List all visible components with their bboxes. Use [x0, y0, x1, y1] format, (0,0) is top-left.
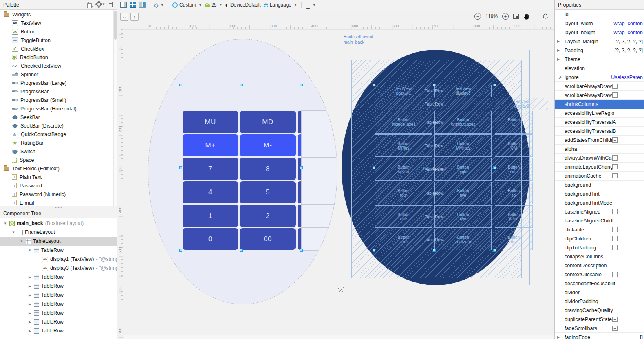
blueprint-cell[interactable]: Button two: [434, 205, 492, 228]
property-row-accessibilitytraversala[interactable]: accessibilityTraversalA: [555, 118, 644, 127]
tree-item-tablerow[interactable]: ▶ TableRow: [0, 273, 117, 282]
property-value[interactable]: wrap_conten: [613, 30, 643, 35]
property-row-ignore[interactable]: ignoreUselessParen: [555, 73, 644, 82]
palette-item[interactable]: SeekBar: [0, 113, 114, 121]
property-row-layout_margin[interactable]: ▶Layout_Margin[?, ?, ?, ?, ?]: [555, 37, 644, 46]
blueprint-cell[interactable]: Button eight: [434, 158, 492, 181]
property-row-duplicateparentstate[interactable]: duplicateParentState–: [555, 315, 644, 324]
checkbox-dash[interactable]: –: [612, 137, 618, 143]
property-row-backgroundtintmode[interactable]: backgroundTintMode: [555, 198, 644, 207]
palette-item[interactable]: QuickContactBadge: [0, 130, 114, 139]
property-row-theme[interactable]: ▶Theme: [555, 55, 644, 64]
palette-item[interactable]: Password: [0, 181, 114, 190]
palette-item[interactable]: SeekBar (Discrete): [0, 121, 114, 130]
canvas-scrollbar-track[interactable]: [124, 335, 554, 339]
selection-handle[interactable]: [493, 166, 496, 169]
calc-button-MU[interactable]: MU: [183, 111, 238, 133]
calc-button-M-[interactable]: M-: [240, 134, 296, 156]
palette-item[interactable]: Spinner: [0, 70, 114, 79]
resize-vertical-button[interactable]: ↕: [130, 13, 139, 21]
checkbox-empty[interactable]: [612, 84, 618, 89]
palette-item[interactable]: ProgressBar: [0, 87, 114, 96]
palette-item[interactable]: Space: [0, 156, 114, 164]
palette-item[interactable]: Password (Numeric): [0, 190, 114, 198]
property-row-addstatesfromchildre[interactable]: addStatesFromChildre–: [555, 136, 644, 145]
expand-arrow-icon[interactable]: ▶: [557, 335, 560, 339]
palette-item[interactable]: ToggleButton: [0, 36, 114, 44]
blueprint-mode-button[interactable]: [139, 2, 146, 8]
property-row-alpha[interactable]: alpha: [555, 145, 644, 154]
blueprint-cell[interactable]: Button MPlus: [375, 134, 432, 157]
zoom-out-button[interactable]: −: [474, 13, 481, 20]
property-row-id[interactable]: id: [555, 10, 644, 19]
tree-item-tablerow[interactable]: ▶ TableRow: [0, 299, 117, 308]
blueprint-cell[interactable]: Button one: [375, 205, 432, 228]
property-row-scrollbaralwaysdrawh[interactable]: scrollbarAlwaysDrawH: [555, 82, 644, 91]
palette-scrollbar[interactable]: [113, 10, 117, 206]
expand-arrow-icon[interactable]: ▶: [28, 275, 32, 279]
blueprint-cell[interactable]: Button IncludeTaxes: [375, 111, 432, 134]
expand-arrow-icon[interactable]: ▶: [557, 57, 560, 61]
blueprint-cell-clipped[interactable]: Button C: [495, 111, 533, 134]
checkbox-dash[interactable]: –: [612, 245, 618, 250]
blueprint-cell[interactable]: Button WithoutTaxes: [434, 111, 492, 134]
calc-button-8[interactable]: 8: [240, 158, 296, 180]
blueprint-cell-clipped[interactable]: Button CM: [495, 134, 533, 157]
pan-button[interactable]: [523, 13, 530, 20]
expand-arrow-icon[interactable]: ▶: [557, 40, 560, 43]
blueprint-cell[interactable]: TextView display3: [434, 85, 492, 97]
palette-item[interactable]: Plain Text: [0, 173, 114, 181]
blueprint-cell-clipped[interactable]: Button dot: [495, 229, 533, 250]
expand-arrow-icon[interactable]: ▼: [11, 231, 15, 234]
property-row-shrinkcolumns[interactable]: shrinkColumns: [555, 100, 644, 109]
expand-arrow-icon[interactable]: ▶: [28, 329, 32, 333]
selection-handle[interactable]: [179, 166, 182, 169]
palette-item[interactable]: ProgressBar (Horizontal): [0, 104, 114, 113]
palette-item[interactable]: TextView: [0, 19, 114, 27]
property-row-fadescrollbars[interactable]: fadeScrollbars–: [555, 324, 644, 333]
checkbox-dash[interactable]: –: [612, 209, 618, 214]
property-row-collapsecolumns[interactable]: collapseColumns: [555, 252, 644, 261]
calc-button-1[interactable]: 1: [183, 205, 238, 227]
blueprint-cell[interactable]: Button seven: [375, 158, 432, 181]
palette-item[interactable]: E-mail: [0, 198, 114, 206]
palette-item[interactable]: CheckedTextView: [0, 62, 114, 70]
selection-handle[interactable]: [433, 249, 436, 252]
property-row-animationcache[interactable]: animationCache–: [555, 172, 644, 181]
property-row-scrollbaralwaysdrawv[interactable]: scrollbarAlwaysDrawV: [555, 91, 644, 100]
palette-item[interactable]: RadioButton: [0, 53, 114, 62]
tree-item-tablelayout[interactable]: ▼ TableLayout: [0, 237, 117, 246]
blueprint-cell[interactable]: TextView display1: [375, 85, 432, 97]
calc-button-0[interactable]: 0: [183, 228, 238, 250]
checkbox-dash[interactable]: –: [612, 227, 618, 232]
checkbox-dash[interactable]: –: [612, 272, 618, 277]
blueprint-cell-clipped[interactable]: Button three: [495, 205, 533, 228]
blueprint-cell-clipped[interactable]: TextView display2: [495, 98, 548, 110]
device-selector[interactable]: Custom▼: [172, 2, 202, 8]
property-row-alwaysdrawnwithcach[interactable]: alwaysDrawnWithCach–: [555, 154, 644, 163]
design-mode-button[interactable]: [120, 2, 127, 8]
calc-button-5[interactable]: 5: [240, 181, 296, 203]
blueprint-cell-clipped[interactable]: Button six: [495, 182, 533, 204]
selection-handle[interactable]: [373, 84, 375, 86]
tree-item-tablerow[interactable]: ▶ TableRow: [0, 291, 117, 299]
property-row-cliptopadding[interactable]: clipToPadding–: [555, 243, 644, 252]
expand-arrow-icon[interactable]: ▶: [557, 48, 560, 52]
property-row-layout_width[interactable]: layout_widthwrap_conten: [555, 19, 644, 28]
selection-handle[interactable]: [373, 249, 375, 252]
checkbox-dash[interactable]: –: [612, 155, 618, 161]
property-row-padding[interactable]: ▶Padding[?, ?, ?, ?, ?]: [555, 46, 644, 55]
property-row-dividerpadding[interactable]: dividerPadding: [555, 297, 644, 306]
resize-horizontal-button[interactable]: ↔: [120, 13, 128, 21]
orientation-button[interactable]: ◇▼: [154, 2, 164, 8]
selection-handle[interactable]: [300, 84, 303, 86]
blueprint-cell[interactable]: Button zero: [375, 229, 432, 250]
tree-item-tablerow[interactable]: ▶ TableRow: [0, 282, 117, 291]
calc-button-4[interactable]: 4: [183, 181, 238, 203]
expand-arrow-icon[interactable]: ▼: [20, 240, 24, 243]
expand-arrow-icon[interactable]: ▼: [3, 222, 7, 225]
zoom-in-button[interactable]: +: [502, 13, 509, 20]
property-row-animatelayoutchange[interactable]: animateLayoutChange–: [555, 163, 644, 172]
tree-item-display1-textview-[interactable]: display1 (TextView) - "@string/: [0, 255, 117, 264]
selection-handle[interactable]: [300, 166, 303, 169]
